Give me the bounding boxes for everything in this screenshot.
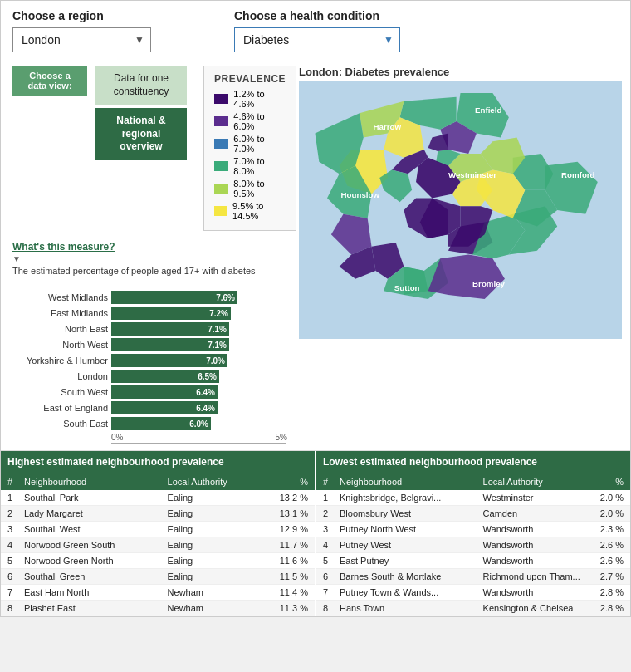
legend-item: 8.0% to 9.5% [214,179,286,199]
table-row: 2 Lady Margaret Ealing 13.1 % [1,506,315,522]
table-row: 4 Norwood Green South Ealing 11.7 % [1,537,315,553]
local-authority-cell: Newham [168,587,275,597]
legend-range-label: 4.6% to 6.0% [233,111,286,131]
bar-chart-row: North West 7.1% [12,338,287,351]
legend-item: 9.5% to 14.5% [214,201,286,221]
pct-cell: 2.7 % [590,571,624,581]
neighbourhood-cell: Southall West [24,524,168,534]
pct-cell: 2.6 % [590,540,624,550]
neighbourhood-cell: Putney West [340,540,483,550]
table-row: 5 East Putney Wandsworth 2.6 % [316,553,630,569]
lowest-col-neighbourhood: Neighbourhood [340,477,483,487]
table-row: 2 Bloomsbury West Camden 2.0 % [316,506,630,522]
bar-outer: 7.1% [111,338,287,351]
pct-cell: 2.6 % [590,556,624,566]
pct-cell: 11.7 % [275,540,308,550]
local-authority-cell: Ealing [168,508,275,518]
neighbourhood-cell: Southall Park [24,493,168,503]
highest-col-headers: # Neighbourhood Local Authority % [1,473,315,490]
bar-chart-row: East Midlands 7.2% [12,307,287,320]
neighbourhood-cell: Plashet East [24,603,168,613]
bar-fill: 6.4% [111,385,218,399]
condition-group: Choose a health condition Diabetes Hyper… [234,9,400,52]
data-view-section: Choose a data view: Data for one constit… [12,66,287,231]
pct-cell: 11.6 % [275,556,308,566]
bottom-section: Highest estimated neighbourhood prevalen… [1,450,630,616]
bar-outer: 6.5% [111,370,287,383]
neighbourhood-cell: East Ham North [24,587,168,597]
table-row: 5 Norwood Green North Ealing 11.6 % [1,553,315,569]
bar-label: London [12,371,108,381]
bar-label: East Midlands [12,308,108,318]
region-dropdown-wrapper: London West Midlands East Midlands North… [12,27,151,52]
map-container: Harrow Enfield Westminster Hounslow Sutt… [299,81,622,339]
neighbourhood-cell: East Putney [340,556,483,566]
neighbourhood-cell: Knightsbridge, Belgravi... [340,493,483,503]
neighbourhood-cell: Norwood Green North [24,556,168,566]
bar-label: South West [12,387,108,397]
legend-item: 1.2% to 4.6% [214,89,286,109]
local-authority-cell: Newham [168,603,275,613]
highest-col-neighbourhood: Neighbourhood [24,477,168,487]
pct-cell: 11.4 % [275,587,308,597]
local-authority-cell: Ealing [168,524,275,534]
local-authority-cell: Ealing [168,571,275,581]
prevalence-legend: PREVALENCE 1.2% to 4.6%4.6% to 6.0%6.0% … [203,66,296,231]
bar-fill: 6.4% [111,401,218,414]
pct-cell: 12.9 % [275,524,308,534]
bar-fill: 7.1% [111,322,229,336]
legend-color-swatch [214,94,228,104]
bar-chart-row: South East 6.0% [12,417,287,430]
region-label: Choose a region [12,9,151,22]
local-authority-cell: Ealing [168,556,275,566]
rank-cell: 4 [7,540,24,550]
bromley-label: Bromley [472,279,505,288]
westminster-label: Westminster [448,170,496,179]
btn-national[interactable]: National & regional overview [95,108,187,160]
table-row: 6 Barnes South & Mortlake Richmond upon … [316,569,630,585]
rank-cell: 1 [7,493,24,503]
legend-range-label: 7.0% to 8.0% [233,156,286,176]
rank-cell: 1 [323,493,340,503]
prevalence-title: PREVALENCE [214,73,286,85]
pct-cell: 2.8 % [590,587,624,597]
bar-label: Yorkshire & Humber [12,356,108,365]
bar-value: 7.2% [209,309,228,318]
legend-item: 6.0% to 7.0% [214,134,286,154]
table-row: 8 Hans Town Kensington & Chelsea 2.8 % [316,601,630,616]
rank-cell: 2 [7,508,24,518]
map-svg: Harrow Enfield Westminster Hounslow Sutt… [299,81,622,339]
highest-col-hash: # [7,477,24,487]
lowest-col-headers: # Neighbourhood Local Authority % [316,473,630,490]
what-measure-link[interactable]: What's this measure? [12,241,287,253]
pct-cell: 11.5 % [275,571,308,581]
rank-cell: 7 [7,587,24,597]
pct-cell: 13.2 % [275,493,308,503]
bar-value: 6.4% [196,388,215,397]
pct-cell: 13.1 % [275,508,308,518]
neighbourhood-cell: Bloomsbury West [340,508,483,518]
btn-constituency[interactable]: Data for one constituency [95,66,187,105]
bar-label: South East [12,419,108,429]
region-dropdown[interactable]: London West Midlands East Midlands North… [12,27,151,52]
highest-col-local: Local Authority [168,477,275,487]
table-row: 1 Knightsbridge, Belgravi... Westminster… [316,490,630,506]
table-row: 6 Southall Green Ealing 11.5 % [1,569,315,585]
lowest-table-section: Lowest estimated neighbourhood prevalenc… [316,451,630,616]
table-row: 7 Putney Town & Wands... Wandsworth 2.8 … [316,585,630,601]
rank-cell: 3 [7,524,24,534]
pct-cell: 2.3 % [590,524,624,534]
rank-cell: 2 [323,508,340,518]
bar-axis-labels: 0% 5% [111,433,287,442]
local-authority-cell: Wandsworth [483,540,590,550]
legend-color-swatch [214,139,228,149]
bar-fill: 6.0% [111,417,211,430]
bar-label: North West [12,340,108,350]
rank-cell: 6 [7,571,24,581]
rank-cell: 3 [323,524,340,534]
bar-outer: 7.1% [111,322,287,336]
pct-cell: 11.3 % [275,603,308,613]
condition-dropdown-wrapper: Diabetes Hypertension Obesity Asthma ▼ [234,27,400,52]
condition-dropdown[interactable]: Diabetes Hypertension Obesity Asthma [234,27,400,52]
bar-label: North East [12,324,108,334]
